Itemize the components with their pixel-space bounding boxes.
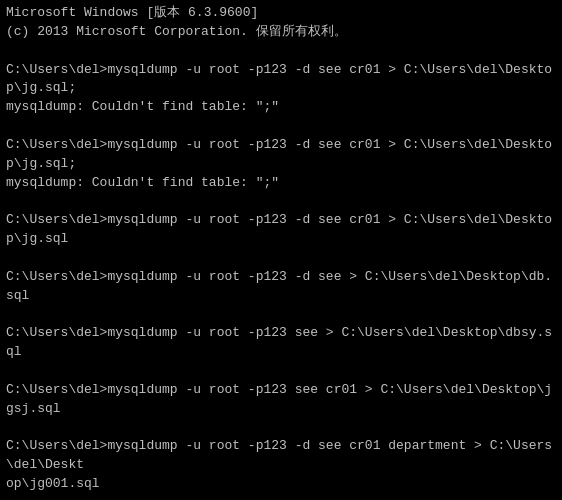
terminal-line: C:\Users\del>mysqldump -u root -p123 see… <box>6 324 556 362</box>
terminal-line: op\jg001.sql <box>6 475 556 494</box>
terminal-line <box>6 192 556 211</box>
terminal-line <box>6 306 556 325</box>
terminal-window[interactable]: Microsoft Windows [版本 6.3.9600](c) 2013 … <box>0 0 562 500</box>
terminal-line: C:\Users\del>mysqldump -u root -p123 -d … <box>6 437 556 475</box>
terminal-line <box>6 42 556 61</box>
terminal-line: C:\Users\del>mysqldump -u root -p123 -d … <box>6 61 556 99</box>
terminal-line: Microsoft Windows [版本 6.3.9600] <box>6 4 556 23</box>
terminal-line: mysqldump: Couldn't find table: ";" <box>6 98 556 117</box>
terminal-line <box>6 117 556 136</box>
terminal-line: C:\Users\del>mysqldump -u root -p123 -d … <box>6 268 556 306</box>
terminal-line <box>6 494 556 500</box>
terminal-line: (c) 2013 Microsoft Corporation. 保留所有权利。 <box>6 23 556 42</box>
terminal-line <box>6 419 556 438</box>
terminal-line: C:\Users\del>mysqldump -u root -p123 see… <box>6 381 556 419</box>
terminal-line <box>6 362 556 381</box>
terminal-line: C:\Users\del>mysqldump -u root -p123 -d … <box>6 136 556 174</box>
terminal-line <box>6 249 556 268</box>
terminal-line: C:\Users\del>mysqldump -u root -p123 -d … <box>6 211 556 249</box>
terminal-line: mysqldump: Couldn't find table: ";" <box>6 174 556 193</box>
